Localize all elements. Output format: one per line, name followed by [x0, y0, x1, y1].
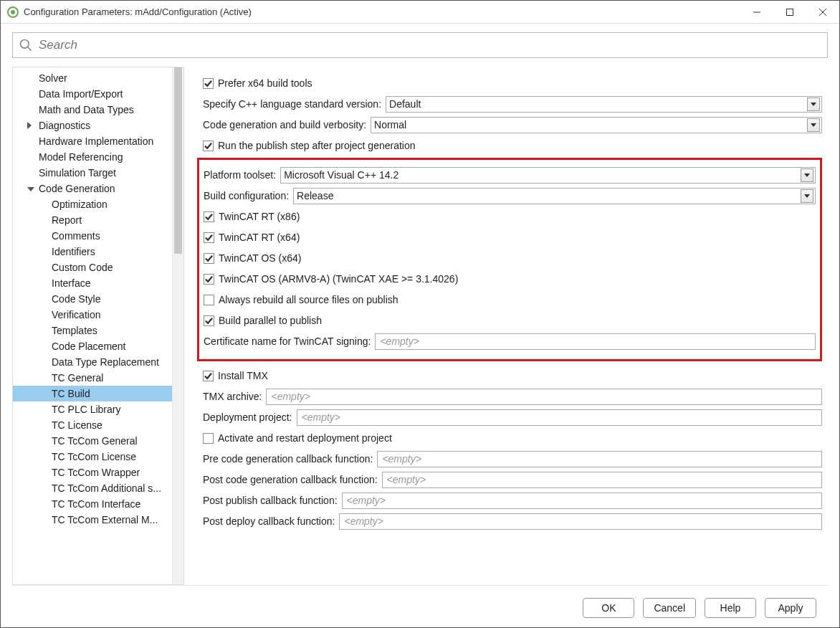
- post-publish-label: Post publish callback function:: [203, 495, 338, 506]
- twincat-os-x64-checkbox[interactable]: TwinCAT OS (x64): [204, 252, 301, 264]
- sidebar-item-data-import[interactable]: Data Import/Export: [13, 86, 172, 102]
- install-tmx-checkbox[interactable]: Install TMX: [203, 370, 268, 381]
- cert-input[interactable]: <empty>: [375, 333, 816, 350]
- pre-gen-input[interactable]: <empty>: [377, 451, 822, 467]
- twincat-os-x64-label: TwinCAT OS (x64): [219, 252, 301, 264]
- sidebar-item-verification[interactable]: Verification: [13, 307, 172, 323]
- pre-gen-label: Pre code generation callback function:: [203, 453, 373, 465]
- footer: OK Cancel Help Apply: [12, 591, 828, 624]
- sidebar-item-tccom-external[interactable]: TC TcCom External M...: [13, 512, 172, 528]
- sidebar-item-tc-general[interactable]: TC General: [13, 370, 172, 386]
- sidebar-tree: Solver Data Import/Export Math and Data …: [13, 67, 172, 584]
- deploy-proj-input[interactable]: <empty>: [297, 409, 822, 426]
- maximize-button[interactable]: [773, 1, 806, 24]
- post-gen-placeholder: <empty>: [387, 474, 426, 485]
- sidebar-item-comments[interactable]: Comments: [13, 228, 172, 244]
- verbosity-value: Normal: [374, 119, 807, 130]
- twincat-os-arm-checkbox[interactable]: TwinCAT OS (ARMV8-A) (TwinCAT XAE >= 3.1…: [204, 273, 458, 285]
- prefer-x64-checkbox[interactable]: Prefer x64 build tools: [203, 77, 312, 89]
- post-gen-label: Post code generation callback function:: [203, 474, 378, 485]
- tmx-archive-label: TMX archive:: [203, 391, 262, 402]
- deploy-proj-placeholder: <empty>: [302, 411, 340, 423]
- highlight-region: Platform toolset: Microsoft Visual C++ 1…: [197, 158, 822, 361]
- search-box[interactable]: [12, 32, 828, 58]
- chevron-down-icon: [801, 189, 813, 203]
- minimize-button[interactable]: [740, 1, 773, 24]
- checkbox-icon: [203, 78, 214, 89]
- twincat-rt-x86-label: TwinCAT RT (x86): [219, 211, 300, 222]
- scroll-thumb[interactable]: [174, 67, 182, 254]
- post-deploy-input[interactable]: <empty>: [339, 513, 822, 530]
- sidebar-item-tccom-license[interactable]: TC TcCom License: [13, 449, 172, 465]
- sidebar-item-model-ref[interactable]: Model Referencing: [13, 149, 172, 165]
- sidebar-item-report[interactable]: Report: [13, 212, 172, 228]
- verbosity-select[interactable]: Normal: [371, 117, 822, 133]
- always-rebuild-label: Always rebuild all source files on publi…: [219, 294, 398, 305]
- sidebar-item-tc-build[interactable]: TC Build: [13, 386, 172, 401]
- apply-button[interactable]: Apply: [765, 598, 816, 618]
- twincat-rt-x64-checkbox[interactable]: TwinCAT RT (x64): [204, 232, 300, 243]
- checkbox-icon: [204, 295, 214, 305]
- always-rebuild-checkbox[interactable]: Always rebuild all source files on publi…: [204, 294, 398, 305]
- sidebar-item-tccom-additional[interactable]: TC TcCom Additional s...: [13, 480, 172, 496]
- help-button[interactable]: Help: [705, 598, 756, 618]
- sidebar-item-code-placement[interactable]: Code Placement: [13, 338, 172, 354]
- app-icon: [6, 6, 19, 19]
- sidebar-item-templates[interactable]: Templates: [13, 323, 172, 338]
- sidebar-item-identifiers[interactable]: Identifiers: [13, 244, 172, 260]
- sidebar-item-optimization[interactable]: Optimization: [13, 196, 172, 212]
- sidebar-item-hardware[interactable]: Hardware Implementation: [13, 133, 172, 149]
- search-input[interactable]: [37, 37, 821, 53]
- sidebar-item-tccom-wrapper[interactable]: TC TcCom Wrapper: [13, 465, 172, 480]
- prefer-x64-label: Prefer x64 build tools: [218, 77, 312, 89]
- checkbox-icon: [204, 274, 214, 285]
- buildcfg-label: Build configuration:: [204, 190, 289, 201]
- post-gen-input[interactable]: <empty>: [382, 472, 822, 488]
- svg-point-6: [21, 40, 29, 49]
- build-parallel-checkbox[interactable]: Build parallel to publish: [204, 315, 322, 326]
- cpp-std-select[interactable]: Default: [386, 96, 822, 113]
- post-publish-placeholder: <empty>: [347, 495, 386, 506]
- cancel-button[interactable]: Cancel: [643, 598, 696, 618]
- sidebar-item-diagnostics[interactable]: Diagnostics: [13, 118, 172, 133]
- sidebar-item-solver[interactable]: Solver: [13, 70, 172, 86]
- checkbox-icon: [204, 253, 214, 264]
- post-deploy-label: Post deploy callback function:: [203, 515, 335, 527]
- ok-button[interactable]: OK: [583, 598, 634, 618]
- svg-point-1: [11, 10, 15, 14]
- sidebar-item-tccom-interface[interactable]: TC TcCom Interface: [13, 496, 172, 512]
- cpp-std-label: Specify C++ language standard version:: [203, 98, 381, 110]
- sidebar-item-math[interactable]: Math and Data Types: [13, 102, 172, 118]
- sidebar-item-tc-plc[interactable]: TC PLC Library: [13, 401, 172, 417]
- chevron-down-icon: [801, 168, 813, 182]
- toolset-select[interactable]: Microsoft Visual C++ 14.2: [280, 167, 816, 184]
- cert-label: Certificate name for TwinCAT signing:: [204, 336, 371, 347]
- cpp-std-value: Default: [389, 98, 807, 110]
- post-publish-input[interactable]: <empty>: [342, 493, 822, 509]
- buildcfg-select[interactable]: Release: [293, 188, 816, 204]
- sidebar-item-interface[interactable]: Interface: [13, 275, 172, 291]
- tmx-archive-input[interactable]: <empty>: [266, 389, 822, 405]
- chevron-down-icon: [807, 97, 820, 111]
- deploy-proj-label: Deployment project:: [203, 411, 292, 423]
- sidebar-item-custom-code[interactable]: Custom Code: [13, 260, 172, 275]
- sidebar-item-tc-license[interactable]: TC License: [13, 417, 172, 433]
- checkbox-icon: [204, 232, 214, 243]
- sidebar-scrollbar[interactable]: [172, 67, 183, 584]
- sidebar-item-tccom-general[interactable]: TC TcCom General: [13, 433, 172, 449]
- activate-restart-checkbox[interactable]: Activate and restart deployment project: [203, 432, 392, 444]
- sidebar-item-code-style[interactable]: Code Style: [13, 291, 172, 307]
- close-button[interactable]: [806, 1, 839, 24]
- tmx-archive-placeholder: <empty>: [271, 391, 310, 402]
- twincat-rt-x86-checkbox[interactable]: TwinCAT RT (x86): [204, 211, 300, 222]
- content-area: Solver Data Import/Export Math and Data …: [1, 24, 839, 627]
- toolset-value: Microsoft Visual C++ 14.2: [284, 169, 801, 181]
- config-window: Configuration Parameters: mAdd/Configura…: [0, 0, 840, 628]
- sidebar-item-code-gen[interactable]: Code Generation: [13, 181, 172, 196]
- run-publish-checkbox[interactable]: Run the publish step after project gener…: [203, 140, 416, 151]
- twincat-rt-x64-label: TwinCAT RT (x64): [219, 232, 300, 243]
- install-tmx-label: Install TMX: [218, 370, 268, 381]
- sidebar-item-data-type-repl[interactable]: Data Type Replacement: [13, 354, 172, 370]
- run-publish-label: Run the publish step after project gener…: [218, 140, 416, 151]
- sidebar-item-sim-target[interactable]: Simulation Target: [13, 165, 172, 181]
